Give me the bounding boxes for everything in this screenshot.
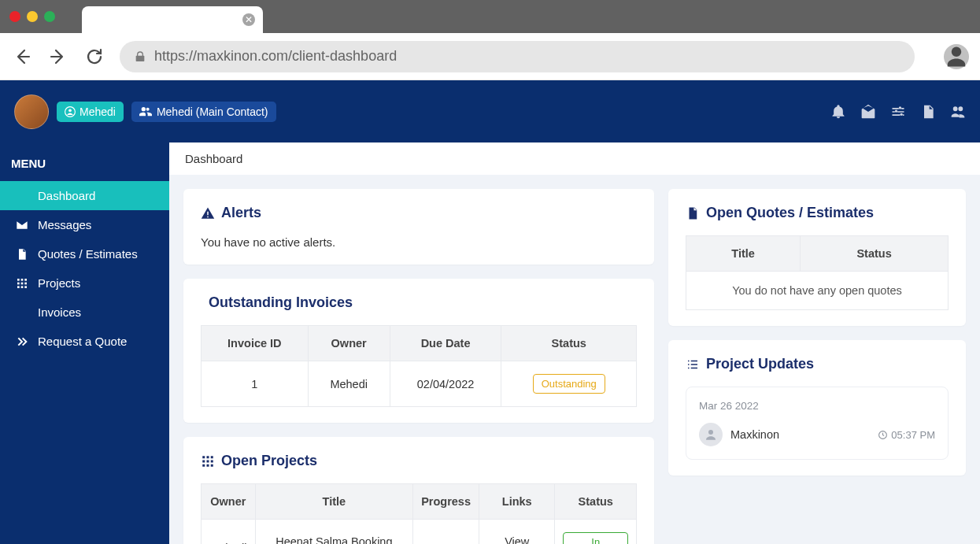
svg-rect-2 bbox=[17, 279, 20, 281]
user-icon bbox=[945, 45, 968, 68]
table-row[interactable]: Mehedi Heenat Salma Booking System – Web… bbox=[202, 520, 637, 545]
alerts-title-text: Alerts bbox=[221, 205, 261, 221]
grid-icon bbox=[16, 277, 28, 290]
invoices-title: Outstanding Invoices bbox=[201, 294, 637, 311]
envelope-icon bbox=[16, 219, 28, 231]
projects-title: Open Projects bbox=[201, 453, 637, 469]
grid-icon bbox=[201, 454, 215, 468]
svg-rect-9 bbox=[21, 286, 24, 288]
profile-button[interactable] bbox=[944, 44, 969, 69]
reload-button[interactable] bbox=[83, 46, 105, 68]
reload-icon bbox=[85, 47, 104, 66]
sidebar-item-label: Projects bbox=[38, 276, 80, 290]
sidebar-header: MENU bbox=[0, 149, 169, 181]
svg-rect-10 bbox=[24, 286, 27, 288]
avatar bbox=[699, 423, 723, 446]
header-actions bbox=[830, 104, 966, 120]
forward-button[interactable] bbox=[47, 46, 69, 68]
sidebar-item-label: Invoices bbox=[38, 305, 81, 319]
status-badge: Outstanding bbox=[533, 374, 605, 394]
svg-rect-15 bbox=[207, 460, 209, 462]
projects-table: Owner Title Progress Links Status Mehedi bbox=[201, 483, 637, 544]
table-row[interactable]: 1 Mehedi 02/04/2022 Outstanding bbox=[202, 361, 637, 407]
svg-rect-7 bbox=[24, 282, 27, 284]
alerts-title: Alerts bbox=[201, 205, 637, 221]
arrow-right-icon bbox=[49, 47, 68, 66]
svg-rect-4 bbox=[24, 279, 27, 281]
update-item[interactable]: Mar 26 2022 Maxkinon 05:37 PM bbox=[686, 387, 949, 460]
update-date: Mar 26 2022 bbox=[699, 400, 935, 412]
minimize-window-button[interactable] bbox=[27, 11, 38, 22]
mail-open-icon[interactable] bbox=[860, 104, 876, 120]
sidebar-item-label: Messages bbox=[38, 218, 91, 231]
lock-icon bbox=[134, 50, 146, 63]
arrow-left-icon bbox=[13, 47, 31, 66]
cell-owner: Mehedi bbox=[308, 361, 390, 407]
close-tab-icon[interactable]: ✕ bbox=[242, 13, 255, 26]
updates-title: Project Updates bbox=[686, 356, 949, 372]
maximize-window-button[interactable] bbox=[44, 11, 55, 22]
sidebar-item-invoices[interactable]: Invoices bbox=[0, 298, 169, 327]
svg-rect-17 bbox=[202, 464, 205, 466]
double-chevron-right-icon bbox=[16, 335, 28, 348]
list-icon bbox=[686, 357, 700, 372]
cell-status: In Progress bbox=[555, 520, 637, 545]
col-status: Status bbox=[501, 326, 637, 361]
cell-link[interactable]: View Contract bbox=[479, 520, 555, 545]
contact-badge[interactable]: Mehedi (Main Contact) bbox=[131, 102, 276, 122]
clock-icon bbox=[878, 430, 888, 440]
user-badge[interactable]: Mehedi bbox=[57, 102, 124, 122]
close-window-button[interactable] bbox=[9, 11, 20, 22]
projects-card: Open Projects Owner Title Progress Links… bbox=[183, 437, 654, 544]
user-badge-label: Mehedi bbox=[80, 105, 116, 118]
sidebar-item-quotes[interactable]: Quotes / Estimates bbox=[0, 239, 169, 268]
file-icon bbox=[16, 248, 28, 261]
sliders-icon[interactable] bbox=[890, 104, 906, 120]
sidebar-item-messages[interactable]: Messages bbox=[0, 210, 169, 239]
sidebar-item-dashboard[interactable]: Dashboard bbox=[0, 181, 169, 210]
contact-badge-label: Mehedi (Main Contact) bbox=[157, 105, 268, 118]
sidebar-item-request-quote[interactable]: Request a Quote bbox=[0, 327, 169, 356]
file-icon[interactable] bbox=[920, 104, 936, 120]
sidebar-item-label: Quotes / Estimates bbox=[38, 247, 138, 261]
quotes-table: Title Status You do not have any open qu… bbox=[686, 235, 949, 310]
col-title: Title bbox=[255, 484, 413, 520]
col-owner: Owner bbox=[202, 484, 256, 520]
url-text: https://maxkinon.com/client-dashboard bbox=[154, 48, 397, 65]
invoices-table: Invoice ID Owner Due Date Status 1 Mehed… bbox=[201, 325, 637, 407]
browser-toolbar: https://maxkinon.com/client-dashboard bbox=[0, 33, 980, 80]
sidebar-item-label: Request a Quote bbox=[38, 335, 127, 348]
svg-rect-11 bbox=[202, 456, 205, 458]
browser-chrome: ✕ bbox=[0, 0, 980, 33]
col-title: Title bbox=[686, 236, 801, 272]
updates-title-text: Project Updates bbox=[706, 356, 814, 372]
address-bar[interactable]: https://maxkinon.com/client-dashboard bbox=[120, 41, 915, 72]
svg-rect-16 bbox=[211, 460, 213, 462]
cell-owner: Mehedi bbox=[202, 520, 256, 545]
projects-title-text: Open Projects bbox=[221, 453, 317, 469]
col-status: Status bbox=[555, 484, 637, 520]
svg-rect-19 bbox=[211, 464, 213, 466]
quotes-title: Open Quotes / Estimates bbox=[686, 205, 949, 221]
col-status: Status bbox=[801, 236, 949, 272]
svg-rect-13 bbox=[211, 456, 213, 458]
back-button[interactable] bbox=[11, 46, 33, 68]
status-badge: In Progress bbox=[563, 532, 628, 544]
user-avatar[interactable] bbox=[14, 94, 49, 129]
sidebar-item-label: Dashboard bbox=[38, 189, 95, 202]
updates-card: Project Updates Mar 26 2022 Maxkinon bbox=[668, 340, 966, 476]
group-icon[interactable] bbox=[950, 104, 966, 120]
bell-icon[interactable] bbox=[830, 104, 846, 120]
view-contract-link[interactable]: View Contract bbox=[495, 535, 538, 544]
sidebar-item-projects[interactable]: Projects bbox=[0, 268, 169, 298]
col-due: Due Date bbox=[390, 326, 501, 361]
quotes-title-text: Open Quotes / Estimates bbox=[706, 205, 874, 221]
user-circle-icon bbox=[65, 106, 76, 117]
update-time: 05:37 PM bbox=[878, 429, 935, 441]
cell-invoice-id: 1 bbox=[202, 361, 309, 407]
browser-tab[interactable]: ✕ bbox=[82, 6, 263, 33]
col-invoice-id: Invoice ID bbox=[202, 326, 309, 361]
cell-title: Heenat Salma Booking System – Website bbox=[255, 520, 413, 545]
users-icon bbox=[139, 106, 152, 117]
cell-status: Outstanding bbox=[501, 361, 637, 407]
